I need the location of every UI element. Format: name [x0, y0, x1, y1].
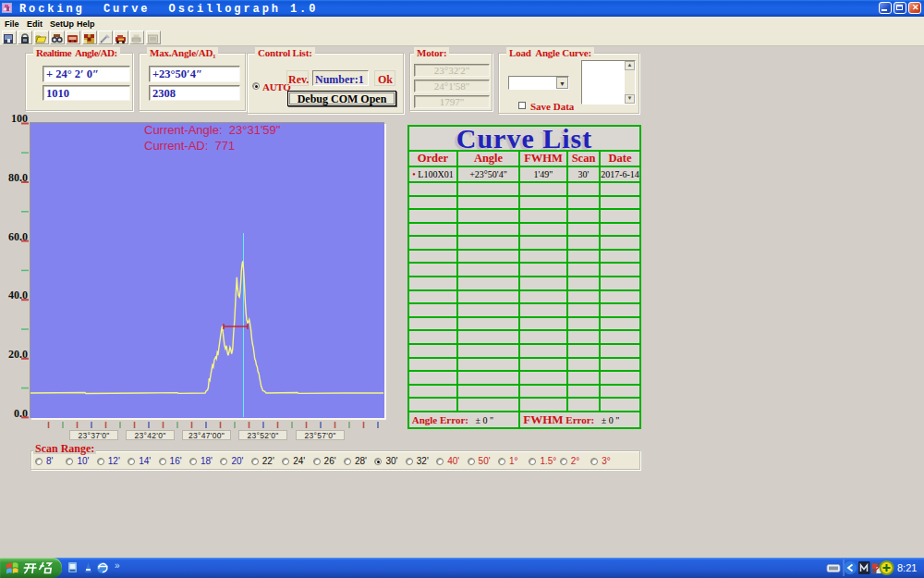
svg-text:Current-AD: 771: Current-AD: 771 — [144, 139, 235, 153]
svg-text:Current-Angle: 23°31'59": Current-Angle: 23°31'59" — [144, 123, 281, 137]
